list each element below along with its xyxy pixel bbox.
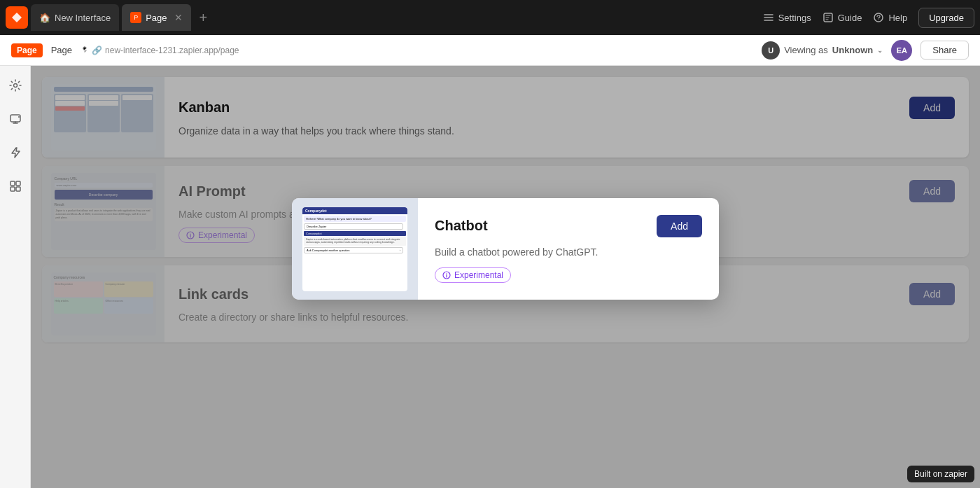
app-icon [6, 6, 28, 29]
page-badge-text: Page [17, 46, 37, 55]
chatbot-modal-header: Chatbot Add [435, 215, 702, 237]
svg-point-5 [18, 116, 20, 118]
tab-page-label: Page [146, 13, 167, 23]
chatbot-modal-content: Chatbot Add Build a chatbot powered by C… [418, 198, 719, 300]
chatbot-preview-input2: Ask Companydot another question › [304, 247, 403, 253]
chatbot-experimental-label: Experimental [454, 270, 503, 280]
sidebar-icon-gear2[interactable] [4, 175, 27, 197]
svg-rect-8 [10, 187, 15, 191]
chatbot-preview-input1: Describe Zapier [304, 223, 403, 230]
chatbot-preview-answer-body: Zapier is a web-based automation platfor… [304, 237, 406, 246]
help-button[interactable]: Help [873, 12, 907, 23]
chevron-down-icon: ⌄ [877, 46, 883, 54]
link-cards-title: Link cards [178, 286, 248, 302]
chatbot-modal: Companydot Hi there! What company do you… [292, 198, 719, 300]
help-label: Help [888, 13, 907, 23]
chatbot-preview-answer-header: Companydot [304, 231, 406, 236]
main-layout: Kanban Add Organize data in a way that h… [0, 66, 980, 488]
chatbot-description: Build a chatbot powered by ChatGPT. [435, 246, 702, 260]
svg-point-3 [13, 84, 17, 88]
chatbot-info-icon [442, 271, 451, 279]
upgrade-button[interactable]: Upgrade [918, 8, 974, 28]
tab-home-label: New Interface [55, 13, 111, 23]
built-on-badge: Built on zapier [907, 466, 974, 482]
top-bar: 🏠 New Interface P Page ✕ + Settings Guid… [0, 0, 980, 35]
link-cards-add-button[interactable]: Add [909, 283, 955, 305]
info-icon [186, 231, 195, 239]
kanban-header: Kanban Add [178, 97, 955, 119]
viewing-as-prefix: Viewing as [784, 45, 828, 55]
share-button[interactable]: Share [920, 41, 969, 60]
ai-prompt-preview-image: Company URL www.zapier.com Describe comp… [51, 173, 156, 250]
svg-point-12 [447, 273, 447, 274]
experimental-label: Experimental [198, 230, 247, 240]
ea-initials: EA [897, 46, 907, 55]
kanban-content: Kanban Add Organize data in a way that h… [164, 77, 969, 158]
new-tab-button[interactable]: + [194, 10, 214, 26]
help-icon [873, 12, 884, 23]
svg-rect-9 [16, 187, 20, 191]
sidebar-icon-settings[interactable] [4, 74, 27, 97]
kanban-preview-image [51, 84, 156, 151]
guide-button[interactable]: Guide [822, 12, 862, 23]
guide-icon [822, 12, 834, 23]
second-bar-right: U Viewing as Unknown ⌄ EA Share [762, 40, 969, 61]
ai-prompt-title: AI Prompt [178, 183, 246, 200]
kanban-preview [42, 77, 164, 158]
sidebar [0, 66, 31, 488]
ai-prompt-preview: Company URL www.zapier.com Describe comp… [42, 166, 164, 257]
link-icon [80, 46, 89, 55]
viewing-as-user: Unknown [832, 45, 874, 55]
user-avatar: U [762, 41, 780, 60]
link-cards-description: Create a directory or share links to hel… [178, 311, 955, 325]
page-breadcrumb: Page [51, 45, 72, 55]
settings-button[interactable]: Settings [763, 12, 811, 23]
svg-point-2 [878, 19, 879, 20]
built-on-text: Built on zapier [914, 469, 967, 479]
ai-prompt-add-button[interactable]: Add [909, 180, 955, 202]
svg-rect-4 [10, 115, 20, 122]
page-badge: Page [11, 43, 43, 57]
page-tab-icon: P [130, 12, 141, 23]
content-area: Kanban Add Organize data in a way that h… [31, 66, 980, 488]
svg-rect-7 [16, 181, 20, 186]
chatbot-preview-question: Hi there! What company do you want to kn… [304, 216, 406, 222]
viewing-as[interactable]: U Viewing as Unknown ⌄ [762, 41, 883, 60]
tab-home[interactable]: 🏠 New Interface [31, 4, 119, 31]
user-initials: U [768, 46, 774, 55]
sidebar-icon-zaps[interactable] [4, 141, 27, 164]
tab-page[interactable]: P Page ✕ [122, 4, 190, 31]
home-icon: 🏠 [39, 13, 50, 23]
settings-label: Settings [778, 13, 811, 23]
page-url-text: new-interface-1231.zapier.app/page [105, 46, 239, 55]
chatbot-preview-image: Companydot Hi there! What company do you… [302, 207, 407, 291]
chatbot-add-button[interactable]: Add [657, 215, 702, 237]
ea-avatar: EA [891, 40, 912, 61]
chatbot-modal-title: Chatbot [435, 218, 488, 234]
kanban-card: Kanban Add Organize data in a way that h… [42, 77, 969, 158]
chatbot-experimental-badge: Experimental [435, 267, 511, 283]
svg-rect-6 [10, 181, 15, 186]
ai-prompt-experimental-badge: Experimental [178, 228, 255, 243]
tab-close-icon[interactable]: ✕ [174, 12, 183, 23]
sidebar-icon-monitor[interactable] [4, 108, 27, 130]
kanban-title: Kanban [178, 99, 230, 116]
kanban-add-button[interactable]: Add [909, 97, 955, 119]
settings-icon [763, 12, 774, 23]
link-cards-preview: Company resources Benefits position Comp… [42, 265, 164, 342]
upgrade-label: Upgrade [929, 13, 964, 23]
share-label: Share [932, 45, 957, 55]
kanban-description: Organize data in a way that helps you tr… [178, 125, 955, 139]
top-bar-right: Settings Guide Help Upgrade [763, 8, 974, 28]
chatbot-modal-preview: Companydot Hi there! What company do you… [292, 198, 418, 300]
guide-label: Guide [838, 13, 862, 23]
second-bar: Page Page 🔗 new-interface-1231.zapier.ap… [0, 35, 980, 66]
link-cards-preview-image: Company resources Benefits position Comp… [51, 272, 156, 335]
page-url: 🔗 new-interface-1231.zapier.app/page [80, 46, 239, 55]
chatbot-preview-header: Companydot [302, 207, 407, 214]
